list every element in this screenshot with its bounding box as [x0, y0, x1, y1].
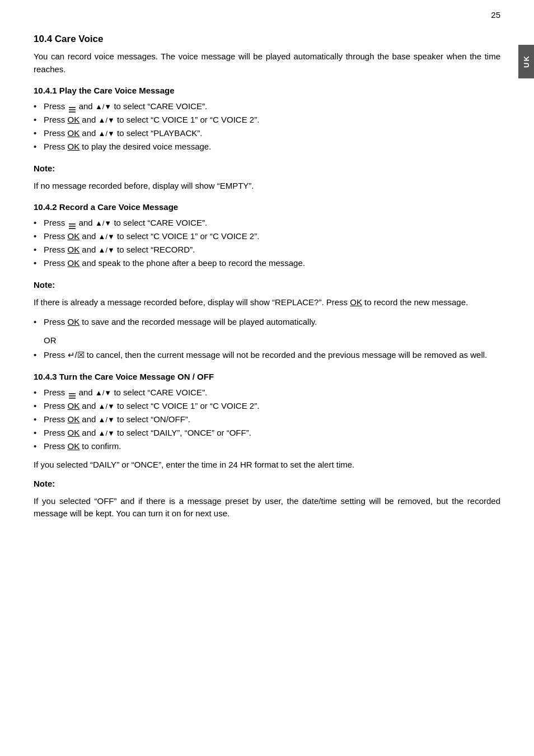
- list-item: Press and ▲/▼ to select “CARE VOICE”.: [34, 386, 500, 399]
- note-label-2: Note:: [34, 280, 55, 290]
- list-item: Press OK and ▲/▼ to select “PLAYBACK”.: [34, 127, 500, 140]
- list-item: Press OK and ▲/▼ to select “C VOICE 1” o…: [34, 230, 500, 243]
- list-item: Press and ▲/▼ to select “CARE VOICE”.: [34, 216, 500, 230]
- section-10-4-1-heading: 10.4.1 Play the Care Voice Message: [34, 86, 500, 95]
- section-10-4-1-steps: Press and ▲/▼ to select “CARE VOICE”. Pr…: [34, 100, 500, 153]
- list-item: Press OK to confirm.: [34, 440, 500, 453]
- section-10-4-intro: You can record voice messages. The voice…: [34, 50, 500, 76]
- list-item-extra-2: Press ↵/☒ to cancel, then the current me…: [34, 348, 500, 362]
- page-number: 25: [491, 10, 500, 20]
- section-10-4-3-heading: 10.4.3 Turn the Care Voice Message ON / …: [34, 372, 500, 381]
- section-10-4-3-steps: Press and ▲/▼ to select “CARE VOICE”. Pr…: [34, 386, 500, 453]
- list-item: Press OK and ▲/▼ to select “DAILY”, “ONC…: [34, 426, 500, 440]
- list-item: Press OK and ▲/▼ to select “RECORD”.: [34, 243, 500, 256]
- note-label-3: Note:: [34, 479, 55, 488]
- extra-steps-2: Press ↵/☒ to cancel, then the current me…: [34, 348, 500, 362]
- or-text: OR: [44, 334, 500, 347]
- section-10-4-2-steps: Press and ▲/▼ to select “CARE VOICE”. Pr…: [34, 216, 500, 270]
- list-item: Press OK to play the desired voice messa…: [34, 140, 500, 153]
- note-text-1: If no message recorded before, display w…: [34, 180, 500, 193]
- list-item: Press OK and ▲/▼ to select “C VOICE 1” o…: [34, 113, 500, 127]
- section-10-4-2-heading: 10.4.2 Record a Care Voice Message: [34, 202, 500, 212]
- list-item: Press OK and ▲/▼ to select “ON/OFF”.: [34, 413, 500, 426]
- list-item-extra-1: Press OK to save and the recorded messag…: [34, 315, 500, 329]
- list-item: Press OK and speak to the phone after a …: [34, 256, 500, 270]
- note-text-3: If you selected “OFF” and if there is a …: [34, 495, 500, 520]
- section-10-4-heading: 10.4 Care Voice: [34, 34, 500, 45]
- extra-steps: Press OK to save and the recorded messag…: [34, 315, 500, 329]
- uk-tab: UK: [518, 45, 534, 78]
- list-item: Press OK and ▲/▼ to select “C VOICE 1” o…: [34, 399, 500, 413]
- list-item: Press and ▲/▼ to select “CARE VOICE”.: [34, 100, 500, 113]
- section-10-4-3-extra: If you selected “DAILY” or “ONCE”, enter…: [34, 459, 500, 472]
- note-label-1: Note:: [34, 164, 55, 173]
- note-text-2: If there is already a message recorded b…: [34, 296, 500, 309]
